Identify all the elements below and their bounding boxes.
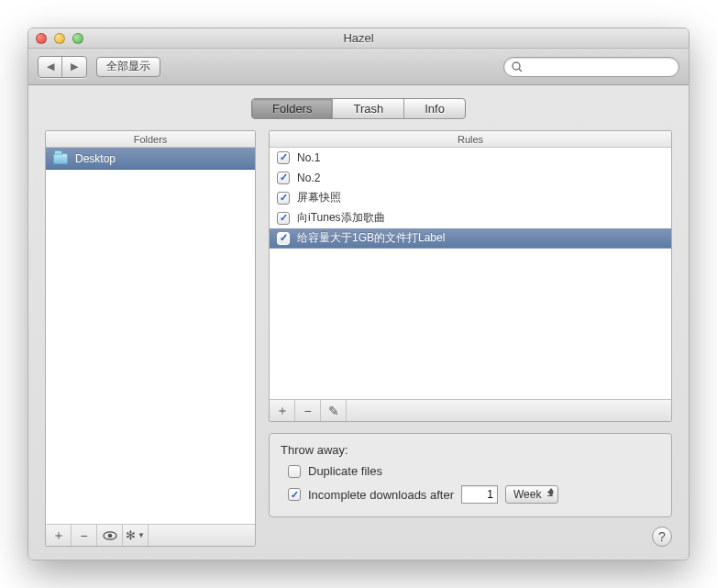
incomplete-checkbox[interactable]: ✓	[288, 488, 301, 501]
chevron-right-icon: ▶	[71, 61, 78, 72]
duplicate-checkbox[interactable]: ✓	[288, 465, 301, 478]
minimize-window-button[interactable]	[54, 33, 65, 44]
rule-name: 屏幕快照	[297, 190, 341, 205]
gear-icon: ✻	[126, 528, 136, 542]
throw-away-title: Throw away:	[281, 443, 660, 457]
rule-row[interactable]: ✓ 屏幕快照	[270, 188, 671, 208]
rule-row[interactable]: ✓ No.2	[270, 168, 671, 188]
rule-name: 给容量大于1GB的文件打Label	[297, 230, 445, 246]
folder-name: Desktop	[75, 152, 116, 165]
folders-list[interactable]: Desktop	[46, 148, 255, 524]
rules-panel: Rules ✓ No.1 ✓ No.2 ✓ 屏幕快照	[269, 130, 672, 422]
minus-icon: −	[303, 404, 311, 418]
rule-row[interactable]: ✓ 向iTunes添加歌曲	[270, 208, 671, 228]
folders-panel: Folders Desktop ＋ −	[45, 130, 256, 547]
remove-folder-button[interactable]: −	[72, 525, 97, 546]
back-button[interactable]: ◀	[39, 57, 62, 77]
plus-icon: ＋	[52, 527, 65, 544]
rules-header: Rules	[270, 131, 671, 148]
show-all-button[interactable]: 全部显示	[96, 57, 160, 77]
columns: Folders Desktop ＋ −	[45, 130, 672, 547]
forward-button[interactable]: ▶	[62, 57, 86, 77]
titlebar: Hazel	[28, 28, 689, 49]
search-icon	[512, 61, 523, 72]
rule-name: 向iTunes添加歌曲	[297, 210, 385, 226]
folders-header: Folders	[46, 131, 255, 148]
eye-icon	[103, 531, 117, 540]
close-window-button[interactable]	[36, 33, 47, 44]
incomplete-label: Incomplete downloads after	[308, 488, 454, 502]
folder-row[interactable]: Desktop	[46, 148, 255, 170]
plus-icon: ＋	[276, 403, 289, 419]
search-input[interactable]	[528, 60, 671, 74]
throw-away-group: Throw away: ✓ Duplicate files ✓ Incomple…	[269, 433, 672, 517]
minus-icon: −	[80, 528, 87, 543]
search-field[interactable]	[503, 57, 679, 77]
chevron-down-icon: ▼	[138, 531, 145, 539]
duplicate-label: Duplicate files	[308, 464, 382, 478]
rule-row[interactable]: ✓ 给容量大于1GB的文件打Label	[270, 228, 671, 249]
window-title: Hazel	[28, 31, 689, 45]
rule-checkbox[interactable]: ✓	[277, 151, 290, 164]
rule-name: No.2	[297, 172, 320, 184]
incomplete-unit-label: Week	[513, 488, 541, 501]
add-folder-button[interactable]: ＋	[46, 525, 72, 546]
rule-checkbox[interactable]: ✓	[277, 192, 290, 205]
svg-point-0	[513, 62, 520, 70]
body: Folders Trash Info Folders Desktop ＋ −	[28, 85, 689, 560]
folders-footer: ＋ − ✻ ▼	[46, 524, 255, 546]
help-button[interactable]: ?	[652, 527, 672, 547]
toolbar: ◀ ▶ 全部显示	[28, 49, 689, 85]
chevron-left-icon: ◀	[47, 61, 54, 72]
right-column: Rules ✓ No.1 ✓ No.2 ✓ 屏幕快照	[269, 130, 672, 547]
tab-bar: Folders Trash Info	[251, 98, 466, 119]
folder-icon	[53, 153, 68, 164]
zoom-window-button[interactable]	[72, 33, 83, 44]
tab-info[interactable]: Info	[404, 99, 465, 118]
folder-action-menu[interactable]: ✻ ▼	[123, 525, 149, 546]
remove-rule-button[interactable]: −	[295, 400, 321, 421]
preview-button[interactable]	[97, 525, 123, 546]
incomplete-unit-select[interactable]: Week	[505, 485, 558, 504]
rule-name: No.1	[297, 151, 320, 164]
tab-trash[interactable]: Trash	[333, 99, 404, 118]
add-rule-button[interactable]: ＋	[270, 400, 295, 421]
traffic-lights	[36, 33, 83, 44]
pencil-icon: ✎	[328, 404, 339, 418]
rule-checkbox[interactable]: ✓	[277, 232, 290, 245]
incomplete-value-field[interactable]	[461, 485, 498, 504]
rule-checkbox[interactable]: ✓	[277, 172, 290, 184]
tab-folders[interactable]: Folders	[252, 99, 333, 118]
help-icon: ?	[658, 529, 666, 544]
preferences-window: Hazel ◀ ▶ 全部显示 Folders Trash Info Folder…	[28, 28, 689, 560]
rule-row[interactable]: ✓ No.1	[270, 148, 671, 168]
rules-footer: ＋ − ✎	[270, 399, 671, 421]
rule-checkbox[interactable]: ✓	[277, 212, 290, 225]
rules-list[interactable]: ✓ No.1 ✓ No.2 ✓ 屏幕快照 ✓ 向	[270, 148, 671, 399]
nav-back-forward: ◀ ▶	[38, 56, 87, 78]
edit-rule-button[interactable]: ✎	[321, 400, 347, 421]
svg-line-1	[519, 69, 522, 72]
stepper-icon	[548, 488, 554, 496]
svg-point-3	[107, 533, 112, 538]
